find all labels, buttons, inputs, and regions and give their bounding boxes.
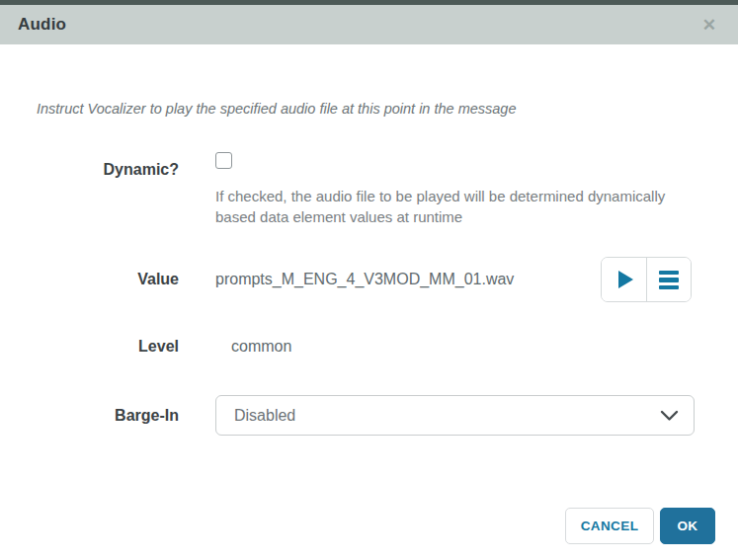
value-label: Value (0, 271, 179, 288)
level-value: common (215, 338, 291, 355)
play-icon (618, 271, 633, 288)
audio-actions-group (601, 257, 692, 302)
chevron-down-icon (660, 410, 679, 422)
play-audio-button[interactable] (602, 258, 646, 301)
dialog-footer: CANCEL OK (565, 508, 715, 544)
level-label: Level (0, 338, 179, 356)
dynamic-help-text: If checked, the audio file to be played … (215, 187, 692, 227)
level-row: Level common (0, 338, 738, 356)
dialog-description: Instruct Vocalizer to play the specified… (37, 101, 738, 117)
barge-in-label: Barge-In (0, 407, 179, 425)
ok-button[interactable]: OK (660, 508, 715, 544)
barge-in-selected-value: Disabled (234, 407, 295, 425)
barge-in-row: Barge-In Disabled (0, 395, 738, 436)
dialog-header: Audio ✕ (0, 5, 738, 44)
dialog-title: Audio (18, 15, 66, 35)
value-row: Value prompts_M_ENG_4_V3MOD_MM_01.wav (0, 257, 738, 302)
cancel-button[interactable]: CANCEL (565, 508, 654, 544)
browse-audio-button[interactable] (646, 258, 691, 301)
dynamic-checkbox[interactable] (215, 152, 232, 169)
dynamic-label: Dynamic? (0, 152, 179, 179)
menu-icon (659, 271, 679, 290)
audio-form: Dynamic? If checked, the audio file to b… (0, 152, 738, 436)
dialog-body: Instruct Vocalizer to play the specified… (0, 101, 738, 436)
dynamic-row: Dynamic? If checked, the audio file to b… (0, 152, 738, 227)
audio-file-name: prompts_M_ENG_4_V3MOD_MM_01.wav (215, 271, 514, 288)
barge-in-select[interactable]: Disabled (215, 395, 695, 436)
close-icon[interactable]: ✕ (698, 15, 720, 36)
